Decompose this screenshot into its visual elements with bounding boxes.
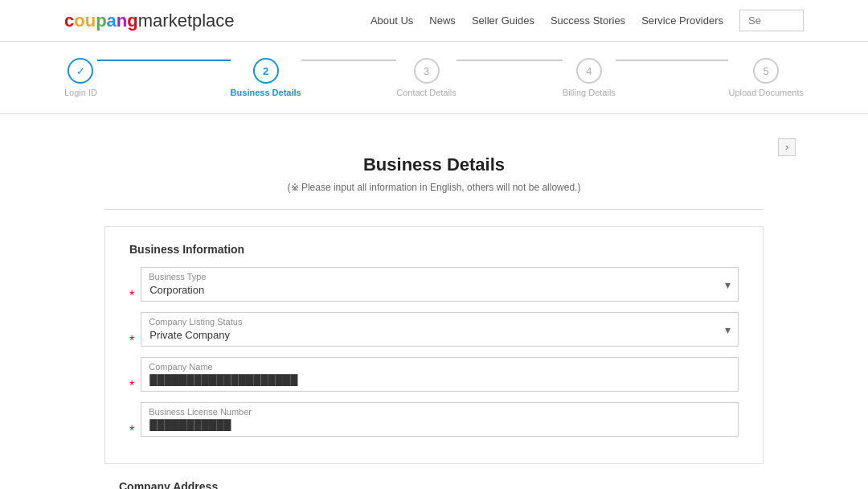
- step-5: 5 Upload Documents: [728, 58, 804, 97]
- step-line-4: [616, 60, 729, 61]
- step-wrapper-3: 3 Contact Details: [396, 58, 563, 97]
- nav-about-us[interactable]: About Us: [371, 14, 413, 27]
- step-wrapper-4: 4 Billing Details: [563, 58, 729, 97]
- company-address-section: Company Address * Address Line 1: [104, 480, 764, 489]
- required-indicator-license: *: [129, 425, 134, 438]
- nav-news[interactable]: News: [429, 14, 456, 27]
- step-line-2: [301, 60, 397, 61]
- company-name-input[interactable]: [141, 357, 739, 392]
- required-indicator-company-name: *: [129, 380, 134, 392]
- business-information-section: Business Information * Business Type Cor…: [104, 226, 764, 464]
- step-wrapper-1: ✓ Login ID: [64, 58, 231, 97]
- step-label-5: Upload Documents: [728, 88, 804, 97]
- company-address-title: Company Address: [119, 480, 764, 489]
- page-subtitle: (※ Please input all information in Engli…: [104, 182, 764, 193]
- business-information-title: Business Information: [129, 243, 739, 256]
- business-type-select[interactable]: Corporation Individual Partnership: [141, 267, 739, 302]
- header: coupang marketplace About Us News Seller…: [0, 0, 868, 42]
- page-title: Business Details: [104, 154, 764, 175]
- company-name-field: Company Name: [141, 357, 739, 392]
- nav-service-providers[interactable]: Service Providers: [641, 14, 723, 27]
- required-indicator-business-type: *: [129, 290, 134, 302]
- step-label-4: Billing Details: [563, 88, 616, 97]
- step-circle-4: 4: [576, 58, 602, 84]
- step-circle-1: ✓: [68, 58, 93, 84]
- step-line-3: [457, 60, 563, 61]
- step-label-3: Contact Details: [396, 88, 457, 97]
- top-nav: About Us News Seller Guides Success Stor…: [371, 10, 804, 31]
- expand-button[interactable]: ›: [778, 138, 796, 156]
- search-input[interactable]: [739, 10, 804, 31]
- nav-seller-guides[interactable]: Seller Guides: [472, 14, 534, 27]
- step-4: 4 Billing Details: [563, 58, 616, 97]
- step-2: 2 Business Details: [231, 58, 301, 97]
- step-1: ✓ Login ID: [64, 58, 97, 97]
- step-label-2: Business Details: [231, 88, 301, 97]
- step-wrapper-5: 5 Upload Documents: [728, 58, 804, 97]
- business-license-input[interactable]: [141, 402, 739, 437]
- step-3: 3 Contact Details: [396, 58, 457, 97]
- company-listing-status-field: Company Listing Status Private Company P…: [141, 312, 739, 347]
- nav-success-stories[interactable]: Success Stories: [551, 14, 625, 27]
- business-license-field: Business License Number: [141, 402, 739, 437]
- company-listing-status-row: * Company Listing Status Private Company…: [129, 312, 739, 347]
- main-content: › Business Details (※ Please input all i…: [72, 130, 796, 489]
- step-circle-5: 5: [753, 58, 779, 84]
- company-name-row: * Company Name: [129, 357, 739, 392]
- step-line-1: [97, 60, 231, 61]
- logo-marketplace-text: marketplace: [138, 10, 235, 31]
- business-type-field: Business Type Corporation Individual Par…: [141, 267, 739, 302]
- logo-coupang-text: coupang: [64, 10, 138, 31]
- step-circle-2: 2: [253, 58, 279, 84]
- required-indicator-listing-status: *: [129, 335, 134, 347]
- step-circle-3: 3: [414, 58, 440, 84]
- step-label-1: Login ID: [64, 88, 97, 97]
- step-wrapper-2: 2 Business Details: [231, 58, 397, 97]
- business-license-row: * Business License Number: [129, 402, 739, 438]
- company-listing-status-select[interactable]: Private Company Public Company: [141, 312, 739, 347]
- business-type-row: * Business Type Corporation Individual P…: [129, 267, 739, 302]
- progress-steps: ✓ Login ID 2 Business Details 3 Contact …: [0, 42, 868, 105]
- logo: coupang marketplace: [64, 10, 235, 31]
